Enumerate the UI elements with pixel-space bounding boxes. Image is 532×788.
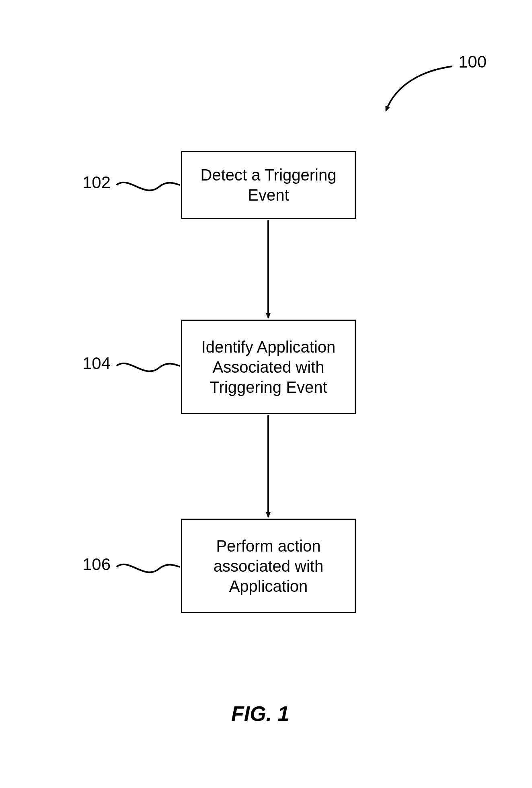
flow-step-102-ref: 102 [82, 173, 111, 192]
flow-step-102: Detect a Triggering Event [181, 151, 356, 219]
flow-step-104-ref: 104 [82, 354, 111, 373]
figure-ref-arrow [386, 66, 452, 111]
flowchart-figure: 100 Detect a Triggering Event 102 Identi… [0, 0, 532, 788]
flow-step-102-text: Detect a Triggering Event [190, 165, 347, 205]
figure-ref-number: 100 [458, 52, 487, 72]
ref-leader-102 [117, 183, 180, 191]
flow-step-106-text: Perform action associated with Applicati… [190, 536, 347, 596]
ref-leader-106 [117, 564, 180, 573]
flow-step-106-ref: 106 [82, 555, 111, 574]
flow-step-104: Identify Application Associated with Tri… [181, 320, 356, 414]
flow-step-104-text: Identify Application Associated with Tri… [190, 337, 347, 397]
flow-step-106: Perform action associated with Applicati… [181, 519, 356, 613]
ref-leader-104 [117, 363, 180, 371]
figure-caption: FIG. 1 [231, 702, 289, 726]
